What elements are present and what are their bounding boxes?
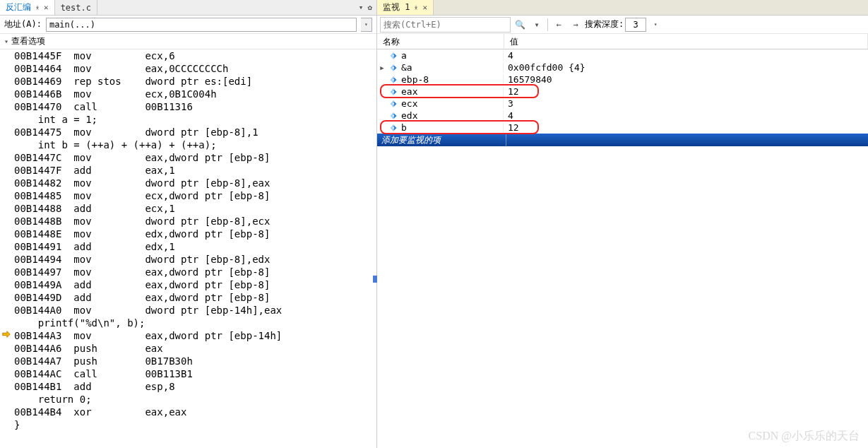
code-line[interactable]: 00B1446B mov ecx,0B1C004h — [0, 88, 376, 100]
nav-fwd-icon[interactable]: → — [568, 17, 583, 33]
col-name[interactable]: 名称 — [377, 34, 504, 49]
expand-icon[interactable]: ▶ — [377, 64, 387, 71]
gear-icon[interactable]: ✿ — [367, 3, 372, 12]
code-line[interactable]: 00B1449A add eax,dword ptr [ebp-8] — [0, 278, 376, 291]
code-line[interactable]: int b = (++a) + (++a) + (++a); — [0, 138, 376, 151]
pin-icon — [412, 4, 420, 11]
watch-name: ebp-8 — [400, 74, 503, 85]
code-line[interactable]: } — [0, 418, 376, 431]
watch-row[interactable]: b12 — [377, 122, 868, 134]
code-line[interactable]: 00B14488 add ecx,1 — [0, 202, 376, 215]
watch-row[interactable]: ebp-816579840 — [377, 73, 868, 86]
watermark: CSDN @小乐乐的天台 — [749, 429, 860, 444]
code-line[interactable]: 00B14491 add edx,1 — [0, 240, 376, 253]
code-line[interactable]: 00B1448B mov dword ptr [ebp-8],ecx — [0, 215, 376, 228]
watch-row[interactable]: a4 — [377, 49, 868, 61]
tab-watch-1[interactable]: 监视 1 ✕ — [377, 0, 434, 15]
close-icon[interactable]: ✕ — [44, 3, 49, 12]
variable-icon — [388, 51, 398, 61]
watch-name: edx — [400, 110, 503, 121]
watch-name: a — [400, 50, 503, 61]
code-line[interactable]: 00B1447F add eax,1 — [0, 164, 376, 177]
depth-input[interactable] — [625, 18, 646, 32]
dropdown-icon[interactable]: ▾ — [529, 17, 545, 33]
watch-header: 名称 值 — [377, 34, 868, 49]
code-line[interactable]: 00B14485 mov ecx,dword ptr [ebp-8] — [0, 189, 376, 202]
view-options[interactable]: ▾ 查看选项 — [0, 34, 376, 49]
address-row: 地址(A): ▾ — [0, 16, 376, 34]
tab-label: test.c — [61, 3, 91, 13]
watch-name: ecx — [400, 98, 503, 109]
tab-label: 监视 1 — [383, 1, 410, 13]
code-line[interactable]: 00B144A3 mov eax,dword ptr [ebp-14h] — [0, 329, 376, 342]
code-line[interactable]: 00B14494 mov dword ptr [ebp-8],edx — [0, 253, 376, 266]
watch-value: 12 — [503, 86, 868, 97]
address-dropdown[interactable]: ▾ — [361, 18, 372, 32]
code-line[interactable]: 00B1445F mov ecx,6 — [0, 49, 376, 62]
address-label: 地址(A): — [4, 18, 42, 30]
code-line[interactable]: 00B14475 mov dword ptr [ebp-8],1 — [0, 126, 376, 138]
code-line[interactable]: 00B1448E mov edx,dword ptr [ebp-8] — [0, 228, 376, 240]
splitter-marker — [373, 276, 377, 283]
variable-icon — [388, 87, 398, 97]
watch-row[interactable]: ecx3 — [377, 98, 868, 110]
tab-disassembly[interactable]: 反汇编 ✕ — [0, 0, 55, 15]
code-line[interactable]: 00B1447C mov eax,dword ptr [ebp-8] — [0, 151, 376, 164]
tab-test-c[interactable]: test.c — [55, 0, 97, 15]
code-line[interactable]: 00B144B4 xor eax,eax — [0, 406, 376, 418]
chevron-down-icon: ▾ — [4, 37, 8, 45]
code-line[interactable]: 00B14470 call 00B11316 — [0, 100, 376, 113]
close-icon[interactable]: ✕ — [422, 3, 427, 12]
dropdown-icon[interactable]: ▾ — [359, 3, 364, 12]
code-line[interactable]: 00B144AC call 00B113B1 — [0, 367, 376, 380]
variable-icon — [388, 123, 398, 133]
add-watch-row[interactable]: 添加要监视的项 — [377, 134, 868, 146]
add-watch-hint: 添加要监视的项 — [381, 134, 506, 146]
code-line[interactable]: 00B1449D add eax,dword ptr [ebp-8] — [0, 291, 376, 304]
watch-value: 12 — [503, 122, 868, 133]
code-line[interactable]: printf("%d\n", b); — [0, 317, 376, 329]
col-value[interactable]: 值 — [504, 34, 868, 49]
search-input[interactable] — [381, 20, 510, 30]
code-line[interactable]: 00B14464 mov eax,0CCCCCCCCh — [0, 62, 376, 75]
view-options-label: 查看选项 — [11, 35, 45, 47]
variable-icon — [388, 63, 398, 73]
code-line[interactable]: 00B144B1 add esp,8 — [0, 380, 376, 393]
address-input[interactable] — [46, 18, 357, 32]
pin-icon — [34, 4, 41, 11]
tab-spacer — [97, 0, 359, 15]
code-line[interactable]: 00B14469 rep stos dword ptr es:[edi] — [0, 75, 376, 88]
separator — [547, 18, 548, 31]
watch-row[interactable]: ▶&a0x00fcfd00 {4} — [377, 61, 868, 73]
depth-dropdown-icon[interactable]: ▾ — [648, 17, 663, 33]
watch-value: 0x00fcfd00 {4} — [503, 62, 868, 73]
watch-value: 16579840 — [503, 74, 868, 85]
nav-back-icon[interactable]: ← — [551, 17, 566, 33]
code-line[interactable]: int a = 1; — [0, 113, 376, 126]
gutter — [0, 49, 13, 448]
search-row: 🔍 ▾ ← → 搜索深度: ▾ — [377, 16, 868, 34]
code-line[interactable]: 00B144A6 push eax — [0, 342, 376, 355]
left-tab-bar: 反汇编 ✕ test.c ▾ ✿ — [0, 0, 376, 16]
watch-value: 4 — [503, 110, 868, 121]
code-line[interactable]: return 0; — [0, 393, 376, 406]
right-tab-bar: 监视 1 ✕ — [377, 0, 868, 16]
search-icon[interactable]: 🔍 — [512, 17, 528, 33]
watch-panel: 监视 1 ✕ 🔍 ▾ ← → 搜索深度: ▾ 名称 值 a4▶&a0x00fcf… — [377, 0, 868, 448]
code-line[interactable]: 00B144A0 mov dword ptr [ebp-14h],eax — [0, 304, 376, 317]
tab-label: 反汇编 — [6, 1, 31, 13]
search-box[interactable] — [380, 17, 511, 33]
current-line-arrow-icon — [1, 329, 11, 339]
code-line[interactable]: 00B14482 mov dword ptr [ebp-8],eax — [0, 177, 376, 189]
tab-tools: ▾ ✿ — [359, 0, 376, 15]
code-area[interactable]: 00B1445F mov ecx,600B14464 mov eax,0CCCC… — [0, 49, 376, 448]
watch-row[interactable]: edx4 — [377, 110, 868, 122]
watch-name: eax — [400, 86, 503, 97]
watch-row[interactable]: eax12 — [377, 86, 868, 98]
code-line[interactable]: 00B144A7 push 0B17B30h — [0, 355, 376, 367]
watch-name: b — [400, 122, 503, 133]
watch-value: 4 — [503, 50, 868, 61]
variable-icon — [388, 99, 398, 109]
depth-label: 搜索深度: — [585, 18, 624, 30]
code-line[interactable]: 00B14497 mov eax,dword ptr [ebp-8] — [0, 266, 376, 278]
